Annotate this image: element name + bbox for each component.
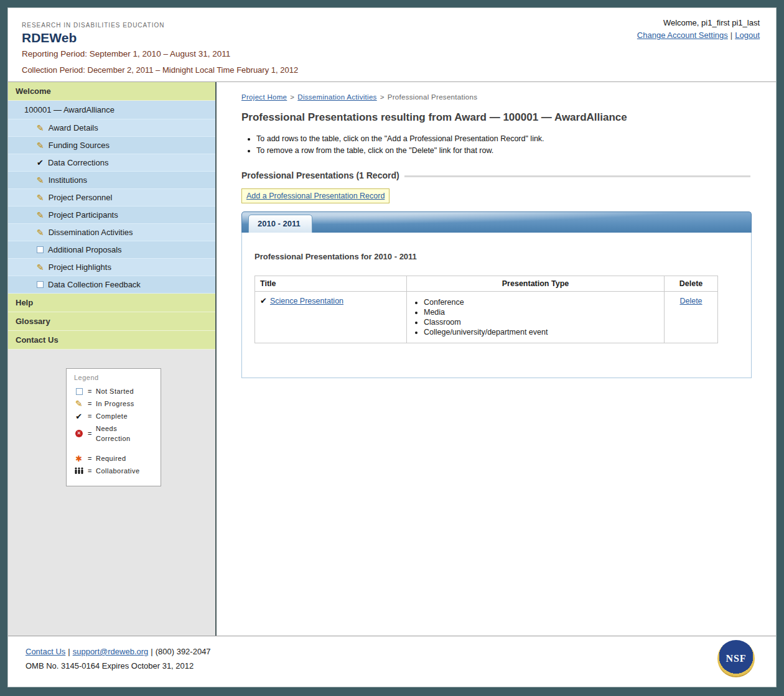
legend-equals: = [88, 453, 92, 463]
pencil-icon: ✎ [37, 141, 44, 150]
pencil-icon: ✎ [37, 263, 44, 272]
sidebar-item-label: Data Collection Feedback [48, 280, 141, 289]
nsf-logo-text: NSF [726, 653, 746, 664]
section-header: Professional Presentations (1 Record) [241, 170, 750, 180]
column-header-title: Title [255, 276, 407, 292]
main-content: Project Home>Dissemination Activities>Pr… [217, 82, 776, 636]
check-icon: ✔ [37, 159, 44, 167]
legend-item-in-progress: ✎ = In Progress [67, 397, 161, 410]
breadcrumb-current: Professional Presentations [388, 93, 478, 101]
table-row: ✔ Science Presentation Conference Media [255, 292, 718, 343]
sidebar-header-glossary[interactable]: Glossary [8, 312, 215, 331]
welcome-user: Welcome, pi1_first pi1_last [637, 18, 760, 27]
instructions-list: To add rows to the table, click on the "… [256, 134, 750, 155]
tab-2010-2011[interactable]: 2010 - 2011 [248, 215, 312, 233]
logout-link[interactable]: Logout [735, 30, 760, 40]
page: RESEARCH IN DISABILITIES EDUCATION RDEWe… [7, 7, 777, 687]
legend-equals: = [88, 411, 92, 421]
pencil-icon: ✎ [37, 176, 44, 185]
account-links: Change Account Settings|Logout [637, 30, 760, 40]
footer-omb: OMB No. 3145-0164 Expires October 31, 20… [26, 661, 760, 670]
add-presentation-link[interactable]: Add a Professional Presentation Record [246, 192, 385, 200]
presentations-panel: 2010 - 2011 Professional Presentations f… [241, 211, 752, 378]
nsf-logo: NSF [717, 640, 755, 677]
sidebar-item-additional-proposals[interactable]: Additional Proposals [8, 241, 215, 259]
legend-item-collaborative: = Collaborative [67, 465, 161, 477]
sidebar-item-label: Project Participants [49, 210, 118, 220]
sidebar-item-institutions[interactable]: ✎ Institutions [8, 172, 215, 189]
sidebar-item-funding-sources[interactable]: ✎ Funding Sources [8, 137, 215, 154]
error-icon: ✕ [74, 430, 84, 437]
page-title: Professional Presentations resulting fro… [241, 111, 750, 124]
legend-equals: = [88, 386, 92, 396]
presentation-type-list: Conference Media Classroom College/unive… [424, 298, 659, 336]
page-frame: RESEARCH IN DISABILITIES EDUCATION RDEWe… [0, 0, 784, 696]
sidebar-award-items: ✎ Award Details ✎ Funding Sources ✔ Data… [8, 119, 215, 294]
legend-label: Not Started [96, 386, 134, 396]
breadcrumb-project-home[interactable]: Project Home [241, 93, 287, 101]
footer-contact-link[interactable]: Contact Us [26, 647, 65, 656]
presentation-type-item: Conference [424, 298, 659, 307]
sidebar-item-project-participants[interactable]: ✎ Project Participants [8, 206, 215, 224]
pencil-icon: ✎ [37, 228, 44, 237]
legend-item-required: ✱ = Required [67, 452, 161, 465]
sidebar-item-award[interactable]: 100001 — AwardAlliance [8, 101, 215, 119]
sidebar-item-data-corrections[interactable]: ✔ Data Corrections [8, 154, 215, 172]
sidebar-item-label: Project Highlights [49, 262, 111, 272]
check-icon: ✔ [260, 297, 267, 305]
table-header-row: Title Presentation Type Delete [255, 276, 718, 292]
breadcrumb: Project Home>Dissemination Activities>Pr… [241, 93, 750, 101]
account-separator: | [730, 30, 732, 40]
tab-bar: 2010 - 2011 [241, 211, 752, 233]
sidebar-item-label: Dissemination Activities [49, 228, 133, 237]
legend: Legend = Not Started ✎ = In Progress ✔ = [66, 368, 161, 486]
collaborative-icon [74, 467, 84, 475]
header: RESEARCH IN DISABILITIES EDUCATION RDEWe… [8, 8, 776, 81]
instruction-item: To remove a row from the table, click on… [256, 146, 750, 155]
sidebar-item-label: Institutions [49, 175, 87, 185]
breadcrumb-separator: > [380, 93, 385, 101]
legend-label: Needs Correction [96, 424, 153, 443]
sidebar-item-project-highlights[interactable]: ✎ Project Highlights [8, 259, 215, 276]
section-title: Professional Presentations (1 Record) [241, 170, 399, 180]
legend-item-complete: ✔ = Complete [67, 410, 161, 422]
presentations-table: Title Presentation Type Delete ✔ [254, 276, 718, 343]
sidebar-item-project-personnel[interactable]: ✎ Project Personnel [8, 189, 215, 206]
sidebar-header-welcome[interactable]: Welcome [8, 82, 215, 101]
legend-label: Required [96, 453, 126, 463]
sidebar-item-label: Project Personnel [49, 193, 113, 202]
panel-body: Professional Presentations for 2010 - 20… [241, 233, 752, 378]
column-header-delete: Delete [665, 276, 718, 292]
breadcrumb-separator: > [290, 93, 294, 101]
reporting-period: Reporting Period: September 1, 2010 – Au… [22, 49, 760, 58]
legend-equals: = [88, 429, 92, 438]
column-header-type: Presentation Type [407, 276, 665, 292]
footer-phone: (800) 392-2047 [156, 647, 211, 656]
sidebar-header-help[interactable]: Help [8, 294, 215, 312]
presentation-type-item: College/university/department event [424, 328, 659, 336]
presentation-title-link[interactable]: Science Presentation [270, 297, 343, 305]
footer-email-link[interactable]: support@rdeweb.org [73, 647, 149, 656]
cell-presentation-type: Conference Media Classroom College/unive… [407, 292, 665, 343]
legend-label: Complete [96, 411, 128, 421]
legend-title: Legend [67, 373, 161, 385]
sidebar-header-contact-us[interactable]: Contact Us [8, 331, 215, 350]
breadcrumb-dissemination-activities[interactable]: Dissemination Activities [297, 93, 376, 101]
sidebar-item-award-details[interactable]: ✎ Award Details [8, 119, 215, 137]
body: Welcome 100001 — AwardAlliance ✎ Award D… [8, 81, 776, 636]
legend-item-not-started: = Not Started [67, 385, 161, 397]
sidebar-item-label: Funding Sources [49, 141, 110, 150]
footer-separator: | [68, 647, 70, 656]
sidebar-item-dissemination-activities[interactable]: ✎ Dissemination Activities [8, 224, 215, 241]
presentation-type-item: Media [424, 308, 659, 317]
collection-period: Collection Period: December 2, 2011 – Mi… [22, 65, 760, 75]
check-icon: ✔ [74, 412, 84, 420]
checkbox-icon [37, 281, 44, 288]
change-account-settings-link[interactable]: Change Account Settings [637, 30, 728, 40]
delete-link[interactable]: Delete [679, 297, 702, 305]
instruction-item: To add rows to the table, click on the "… [256, 134, 750, 143]
legend-item-needs-correction: ✕ = Needs Correction [67, 422, 161, 445]
sidebar-item-data-collection-feedback[interactable]: Data Collection Feedback [8, 276, 215, 294]
sidebar-item-label: Data Corrections [48, 158, 109, 167]
cell-title: ✔ Science Presentation [255, 292, 407, 343]
